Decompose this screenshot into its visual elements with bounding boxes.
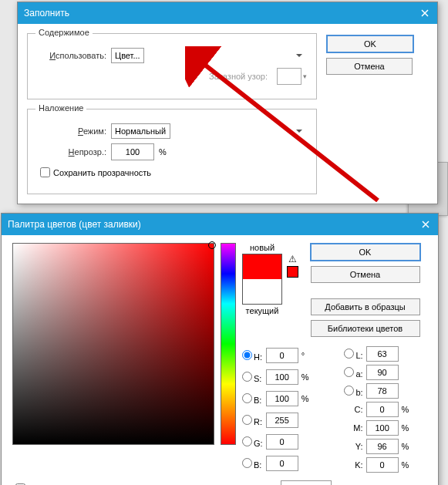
custom-pattern-swatch: [277, 68, 301, 85]
add-swatches-button[interactable]: Добавить в образцы: [311, 298, 420, 315]
cancel-button[interactable]: Отмена: [326, 58, 413, 75]
web-only-checkbox[interactable]: Только Web-цвета: [12, 481, 100, 485]
c-input[interactable]: [366, 402, 399, 417]
gamut-warning-icon[interactable]: ⚠: [288, 254, 297, 264]
c-label: C:: [344, 405, 362, 414]
g-radio[interactable]: G:: [242, 436, 263, 448]
mode-label: Режим:: [37, 126, 106, 136]
ok-button[interactable]: OK: [326, 35, 414, 53]
color-preview: новый текущий: [242, 243, 282, 337]
h-input[interactable]: [266, 348, 298, 363]
custom-pattern-label: Заказной узор:: [209, 72, 268, 81]
s-radio[interactable]: S:: [242, 372, 263, 383]
g-input[interactable]: [266, 434, 298, 450]
fill-titlebar: Заполнить: [18, 2, 437, 24]
l-input[interactable]: [366, 346, 399, 362]
lab-b-radio[interactable]: b:: [344, 386, 362, 397]
l-radio[interactable]: L:: [344, 349, 362, 360]
lab-cmyk-group: L: a: b: C:% M:% Y:% K:%: [344, 346, 426, 473]
a-input[interactable]: [366, 365, 399, 380]
m-input[interactable]: [366, 420, 399, 436]
m-label: M:: [344, 423, 362, 433]
r-input[interactable]: [266, 413, 298, 428]
bb-radio[interactable]: B:: [242, 458, 263, 470]
current-label: текущий: [246, 306, 279, 315]
blending-group: Наложение Режим: Нормальный Непрозр.: % …: [27, 109, 317, 194]
gamut-warning-swatch[interactable]: [287, 266, 298, 278]
bb-input[interactable]: [266, 456, 298, 471]
lab-b-input[interactable]: [366, 383, 399, 399]
chevron-down-icon: ▾: [303, 72, 307, 80]
new-color-swatch: [243, 254, 281, 279]
a-radio[interactable]: a:: [344, 367, 362, 379]
preserve-transparency-label: Сохранить прозрачность: [53, 168, 151, 177]
y-label: Y:: [344, 442, 362, 451]
ok-button[interactable]: OK: [310, 243, 421, 261]
color-picker-dialog: Палитра цветов (цвет заливки) новый теку…: [1, 213, 439, 485]
use-select[interactable]: Цвет...: [111, 48, 144, 63]
h-radio[interactable]: H:: [242, 350, 263, 362]
k-input[interactable]: [366, 457, 399, 473]
picker-title: Палитра цветов (цвет заливки): [8, 214, 141, 235]
contents-label: Содержимое: [35, 28, 93, 37]
blending-label: Наложение: [35, 103, 86, 113]
fill-title: Заполнить: [24, 2, 69, 24]
b-radio[interactable]: B:: [242, 393, 263, 405]
close-icon[interactable]: [413, 2, 437, 24]
fill-dialog: Заполнить Содержимое Использовать: Цвет.…: [17, 2, 438, 204]
picker-titlebar: Палитра цветов (цвет заливки): [2, 214, 438, 235]
y-input[interactable]: [366, 439, 399, 454]
saturation-value-field[interactable]: [12, 243, 214, 445]
hex-input[interactable]: [281, 480, 332, 485]
opacity-label: Непрозр.:: [37, 147, 106, 157]
mode-select[interactable]: Нормальный: [111, 123, 170, 139]
current-color-swatch[interactable]: [243, 279, 281, 304]
preserve-transparency-checkbox[interactable]: [40, 167, 50, 177]
b-input[interactable]: [266, 391, 298, 406]
cancel-button[interactable]: Отмена: [311, 266, 420, 283]
hsb-rgb-group: H:° S:% B:% R: G: B:: [242, 346, 325, 473]
hue-slider[interactable]: [221, 243, 236, 445]
k-label: K:: [344, 460, 362, 470]
new-label: новый: [250, 243, 275, 252]
opacity-input[interactable]: [111, 143, 154, 160]
r-radio[interactable]: R:: [242, 415, 263, 426]
contents-group: Содержимое Использовать: Цвет... Заказно…: [27, 33, 317, 99]
color-libs-button[interactable]: Библиотеки цветов: [311, 320, 420, 337]
use-label: Использовать:: [37, 51, 106, 60]
close-icon[interactable]: [413, 214, 438, 235]
s-input[interactable]: [266, 369, 298, 385]
percent-label: %: [159, 147, 167, 157]
